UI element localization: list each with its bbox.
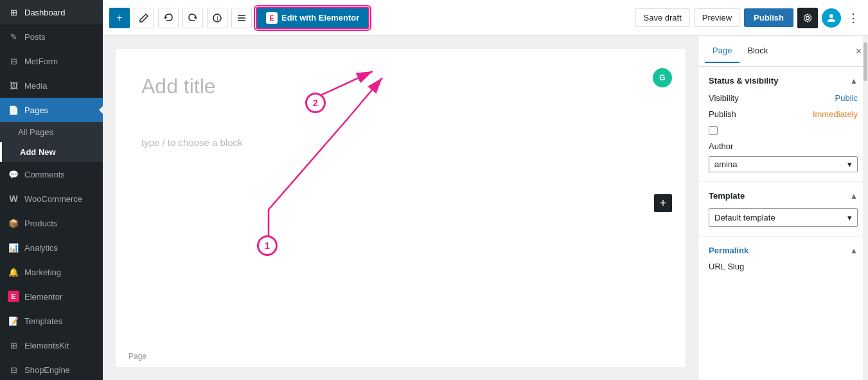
settings-button[interactable] bbox=[797, 8, 818, 28]
sidebar-item-comments[interactable]: 💬 Comments bbox=[0, 162, 103, 186]
elementor-btn-icon: E bbox=[266, 12, 278, 24]
sidebar-item-label: MetForm bbox=[24, 57, 58, 66]
sidebar-item-marketing[interactable]: 🔔 Marketing bbox=[0, 260, 103, 284]
grammarly-icon: G bbox=[653, 68, 672, 87]
permalink-toggle[interactable]: ▲ bbox=[850, 246, 858, 255]
sidebar-item-label: ShopEngine bbox=[24, 365, 70, 375]
editor-content[interactable]: Add title G type / to choose a block + P… bbox=[116, 49, 685, 367]
more-options-button[interactable]: ⋮ bbox=[845, 8, 862, 28]
sidebar-item-label: Elementor bbox=[24, 292, 62, 302]
info-button[interactable]: i bbox=[207, 8, 227, 28]
sidebar-sub-all-pages[interactable]: All Pages bbox=[0, 122, 103, 142]
sidebar-item-label: Templates bbox=[24, 316, 62, 326]
status-section-header: Status & visibility ▲ bbox=[709, 76, 858, 86]
panel-scrollbar[interactable] bbox=[863, 36, 868, 380]
sidebar-item-label: Analytics bbox=[24, 243, 58, 253]
annotation-circle-2: 2 bbox=[305, 93, 326, 113]
template-select[interactable]: Default template ▾ bbox=[709, 208, 858, 227]
add-block-button[interactable]: + bbox=[109, 8, 130, 28]
annotation-circle-1: 1 bbox=[257, 235, 278, 256]
sidebar-item-label: Media bbox=[24, 81, 47, 91]
sidebar-item-dashboard[interactable]: ⊞ Dashboard bbox=[0, 0, 103, 24]
visibility-label: Visibility bbox=[709, 93, 739, 103]
sidebar-item-templates[interactable]: 📝 Templates bbox=[0, 309, 103, 333]
edit-button[interactable] bbox=[134, 8, 154, 28]
sidebar-item-label: ElementsKit bbox=[24, 341, 69, 350]
posts-icon: ✎ bbox=[8, 31, 19, 42]
sidebar-item-shopengine[interactable]: ⊟ ShopEngine bbox=[0, 357, 103, 380]
svg-point-6 bbox=[829, 14, 833, 18]
visibility-row: Visibility Public bbox=[709, 93, 858, 103]
main-content: + i E Edit with Elementor Save draft Pre… bbox=[103, 0, 868, 380]
status-section-title: Status & visibility bbox=[709, 76, 778, 86]
save-draft-button[interactable]: Save draft bbox=[635, 8, 690, 27]
user-avatar[interactable] bbox=[822, 8, 841, 28]
add-block-inline-button[interactable]: + bbox=[654, 194, 672, 212]
template-section-toggle[interactable]: ▲ bbox=[850, 192, 858, 201]
sidebar-sub-add-new[interactable]: Add New bbox=[0, 142, 103, 162]
elementor-icon: E bbox=[8, 291, 19, 302]
woocommerce-icon: W bbox=[8, 193, 19, 204]
author-label: Author bbox=[709, 141, 733, 151]
list-view-button[interactable] bbox=[231, 8, 252, 28]
undo-button[interactable] bbox=[158, 8, 179, 28]
tab-page[interactable]: Page bbox=[705, 39, 740, 63]
dashboard-icon: ⊞ bbox=[8, 6, 19, 18]
redo-button[interactable] bbox=[182, 8, 203, 28]
publish-row: Publish Immediately bbox=[709, 109, 858, 119]
sidebar-item-posts[interactable]: ✎ Posts bbox=[0, 24, 103, 49]
author-select[interactable]: amina ▾ bbox=[709, 156, 858, 172]
metform-icon: ⊟ bbox=[8, 55, 19, 67]
visibility-value[interactable]: Public bbox=[835, 93, 858, 103]
sidebar-item-elementor[interactable]: E Elementor bbox=[0, 284, 103, 309]
sidebar-item-elementskit[interactable]: ⊞ ElementsKit bbox=[0, 333, 103, 357]
products-icon: 📦 bbox=[8, 217, 19, 229]
sidebar-item-metform[interactable]: ⊟ MetForm bbox=[0, 49, 103, 73]
editor-footer-label: Page bbox=[128, 352, 146, 361]
sidebar-item-media[interactable]: 🖼 Media bbox=[0, 73, 103, 98]
sidebar-item-label: Products bbox=[24, 219, 57, 228]
template-section-header: Template ▲ bbox=[709, 191, 858, 201]
sidebar-item-label: WooCommerce bbox=[24, 194, 82, 204]
editor-body-placeholder[interactable]: type / to choose a block bbox=[116, 98, 685, 161]
scrollbar-thumb[interactable] bbox=[864, 42, 867, 81]
publish-button[interactable]: Publish bbox=[744, 8, 793, 27]
sidebar-item-label: Comments bbox=[24, 170, 65, 179]
analytics-icon: 📊 bbox=[8, 242, 19, 253]
pending-review-checkbox[interactable] bbox=[709, 126, 718, 135]
svg-text:i: i bbox=[217, 15, 218, 22]
sidebar-item-label: Pages bbox=[24, 105, 48, 115]
publish-value[interactable]: Immediately bbox=[813, 109, 858, 119]
marketing-icon: 🔔 bbox=[8, 266, 19, 278]
right-panel: Page Block × Status & visibility ▲ Visib… bbox=[698, 36, 868, 380]
pending-review-label: Pending review bbox=[723, 125, 780, 135]
tab-block[interactable]: Block bbox=[740, 39, 775, 63]
template-chevron-icon: ▾ bbox=[847, 213, 852, 222]
sidebar: ⊞ Dashboard ✎ Posts ⊟ MetForm 🖼 Media 📄 … bbox=[0, 0, 103, 380]
edit-elementor-label: Edit with Elementor bbox=[281, 13, 359, 23]
preview-button[interactable]: Preview bbox=[694, 8, 740, 27]
sidebar-item-label: Marketing bbox=[24, 267, 61, 277]
template-section-title: Template bbox=[709, 191, 745, 201]
elementskit-icon: ⊞ bbox=[8, 339, 19, 351]
sidebar-item-products[interactable]: 📦 Products bbox=[0, 211, 103, 235]
publish-label: Publish bbox=[709, 109, 736, 119]
permalink-title[interactable]: Permalink bbox=[709, 246, 748, 255]
template-value: Default template bbox=[714, 213, 775, 222]
svg-point-5 bbox=[806, 16, 810, 19]
title-field[interactable]: Add title bbox=[116, 49, 685, 98]
templates-icon: 📝 bbox=[8, 315, 19, 327]
sidebar-item-label: Dashboard bbox=[24, 8, 66, 17]
sidebar-item-analytics[interactable]: 📊 Analytics bbox=[0, 235, 103, 260]
edit-with-elementor-button[interactable]: E Edit with Elementor bbox=[256, 7, 369, 29]
template-section: Template ▲ Default template ▾ bbox=[698, 182, 868, 237]
permalink-header: Permalink ▲ bbox=[709, 246, 858, 255]
status-section-toggle[interactable]: ▲ bbox=[850, 77, 858, 86]
shopengine-icon: ⊟ bbox=[8, 364, 19, 375]
panel-close-button[interactable]: × bbox=[856, 46, 862, 57]
sidebar-item-pages[interactable]: 📄 Pages bbox=[0, 98, 103, 122]
sidebar-item-label: Posts bbox=[24, 32, 46, 42]
sidebar-item-woocommerce[interactable]: W WooCommerce bbox=[0, 186, 103, 211]
author-chevron-icon: ▾ bbox=[847, 159, 852, 169]
pages-icon: 📄 bbox=[8, 104, 19, 116]
